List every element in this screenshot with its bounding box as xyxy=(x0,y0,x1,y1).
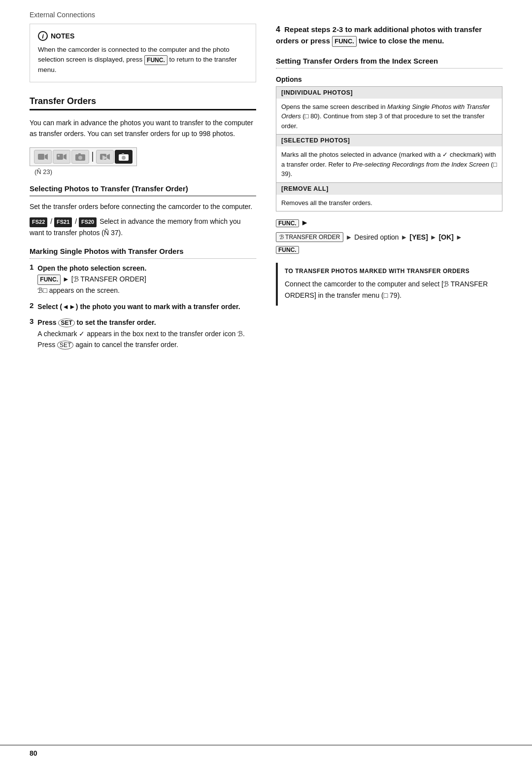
desired-option-text: Desired option xyxy=(354,233,399,241)
step2-title: Select (◄►) the photo you want to mark w… xyxy=(37,303,240,311)
option-header-selected: [SELECTED PHOTOS] xyxy=(276,135,502,146)
page-header: External Connections xyxy=(0,0,532,24)
svg-marker-9 xyxy=(107,154,110,160)
func-label-notes: FUNC. xyxy=(144,55,167,65)
option-body-remove: Removes all the transfer orders. xyxy=(276,195,502,211)
svg-rect-13 xyxy=(122,153,124,155)
option-header-individual: [INDIVIDUAL PHOTOS] xyxy=(276,87,502,99)
transfer-order-seq-icon: ℬ TRANSFER ORDER xyxy=(276,232,343,242)
step-2: 2 Select (◄►) the photo you want to mark… xyxy=(30,301,256,312)
page-ref-bar: (Ñ 23) xyxy=(34,168,256,175)
option-header-remove: [REMOVE ALL] xyxy=(276,183,502,195)
step1-title: Open the photo selection screen. xyxy=(37,264,146,272)
options-table: [INDIVIDUAL PHOTOS] Opens the same scree… xyxy=(276,86,502,212)
to-transfer-photos-body: Connect the camcorder to the computer an… xyxy=(285,279,496,301)
func-box-step4: FUNC. xyxy=(332,36,357,47)
badge-fs21: FS21 xyxy=(54,217,72,227)
selecting-photos-title: Selecting Photos to Transfer (Transfer O… xyxy=(30,184,256,193)
transfer-orders-title: Transfer Orders xyxy=(30,96,256,110)
svg-point-4 xyxy=(58,155,60,157)
to-transfer-photos-box: TO TRANSFER PHOTOS MARKED WITH TRANSFER … xyxy=(276,263,502,306)
func-end-row: FUNC. xyxy=(276,245,502,254)
marking-single-title: Marking Single Photos with Transfer Orde… xyxy=(30,247,256,255)
step-1: 1 Open the photo selection screen. FUNC.… xyxy=(30,263,256,296)
option-body-individual: Opens the same screen described in Marki… xyxy=(276,99,502,135)
page-number: 80 xyxy=(30,749,37,757)
svg-rect-2 xyxy=(57,154,63,160)
mode-bar xyxy=(30,147,137,166)
option-row-selected: [SELECTED PHOTOS] Marks all the photos s… xyxy=(276,135,502,183)
selecting-body1: Set the transfer orders before connectin… xyxy=(30,201,256,212)
to-transfer-photos-title: TO TRANSFER PHOTOS MARKED WITH TRANSFER … xyxy=(285,268,496,275)
svg-point-6 xyxy=(78,156,82,160)
transfer-order-label: ℬ TRANSFER ORDER xyxy=(73,275,145,283)
options-label: Options xyxy=(276,75,502,83)
appears-text: ℬ□ appears on the screen. xyxy=(37,286,120,294)
step-3: 3 Press SET to set the transfer order. A… xyxy=(30,317,256,350)
transfer-seq: ℬ TRANSFER ORDER ► Desired option ► [YES… xyxy=(276,232,502,242)
step4-num: 4 xyxy=(276,25,280,34)
left-column: i NOTES When the camcorder is connected … xyxy=(30,24,256,355)
header-title: External Connections xyxy=(30,11,95,19)
step3-title: Press SET to set the transfer order. xyxy=(37,318,156,326)
transfer-seq-container: FUNC. ► ℬ TRANSFER ORDER ► Desired optio… xyxy=(276,218,502,254)
info-icon: i xyxy=(38,31,48,41)
page: External Connections i NOTES When the ca… xyxy=(0,0,532,769)
yes-option: [YES] xyxy=(409,233,428,241)
selecting-badges: FS22 / FS21 / FS20 Select in advance the… xyxy=(30,216,256,238)
notes-box: i NOTES When the camcorder is connected … xyxy=(30,24,256,82)
svg-marker-1 xyxy=(45,154,48,160)
option-row-individual: [INDIVIDUAL PHOTOS] Opens the same scree… xyxy=(276,87,502,135)
func-label-end: FUNC. xyxy=(276,246,299,254)
mode-icon-active xyxy=(115,150,133,164)
mode-separator xyxy=(92,152,93,162)
step3-detail: A checkmark ✓ appears in the box next to… xyxy=(37,330,245,349)
option-row-remove: [REMOVE ALL] Removes all the transfer or… xyxy=(276,183,502,211)
dotted-sep-1 xyxy=(30,258,256,259)
svg-rect-0 xyxy=(38,154,44,160)
badge-fs22: FS22 xyxy=(30,217,47,227)
func-seq-row: FUNC. ► xyxy=(276,218,502,227)
option-body-selected: Marks all the photos selected in advance… xyxy=(276,146,502,182)
func-box-step1: FUNC. xyxy=(37,275,61,285)
notes-label: NOTES xyxy=(51,32,74,40)
ok-option: [OK] xyxy=(439,233,454,241)
main-content: i NOTES When the camcorder is connected … xyxy=(0,24,532,355)
bottom-line xyxy=(0,745,532,745)
step-4: 4 Repeat steps 2-3 to mark additional ph… xyxy=(276,24,502,47)
notes-title: i NOTES xyxy=(38,31,248,41)
dotted-sep-2 xyxy=(276,68,502,69)
subsection-divider-1 xyxy=(30,196,256,196)
notes-text: When the camcorder is connected to the c… xyxy=(38,45,248,75)
step4-text: Repeat steps 2-3 to mark additional phot… xyxy=(276,25,482,45)
right-column: 4 Repeat steps 2-3 to mark additional ph… xyxy=(276,24,502,355)
transfer-orders-body: You can mark in advance the photos you w… xyxy=(30,117,256,140)
func-label-seq: FUNC. xyxy=(276,219,299,227)
mode-icon-playback xyxy=(96,150,114,164)
badge-fs20: FS20 xyxy=(79,217,97,227)
mode-icon-camera xyxy=(71,150,89,164)
svg-point-12 xyxy=(122,156,126,160)
svg-marker-3 xyxy=(64,154,66,160)
svg-rect-7 xyxy=(78,153,81,155)
mode-icon-photo2 xyxy=(53,150,70,164)
index-section-title: Setting Transfer Orders from the Index S… xyxy=(276,57,502,65)
mode-icon-video xyxy=(34,150,52,164)
